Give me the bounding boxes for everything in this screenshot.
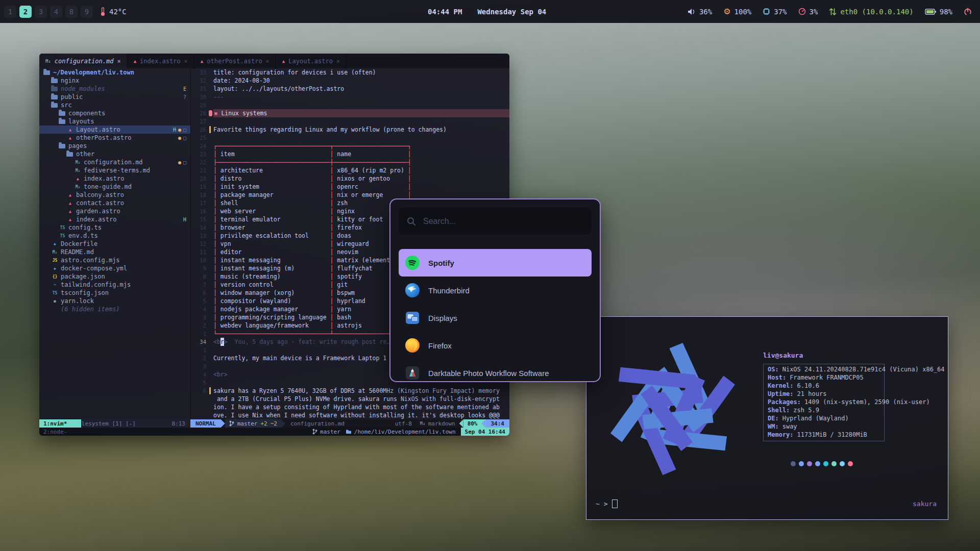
body-text: layout: ../../layouts/otherPost.astro (213, 85, 344, 93)
network-module[interactable]: eth0 (10.0.0.140) (829, 8, 913, 16)
table-cell: web server (220, 207, 327, 215)
gutter (209, 126, 213, 134)
volume-module[interactable]: 36% (688, 8, 712, 16)
line-content: │ item │ name │ (213, 150, 509, 158)
tree-item[interactable]: ◆docker-compose.yml (39, 264, 190, 272)
displays-icon (405, 310, 420, 325)
workspace-3[interactable]: 3 (35, 6, 47, 18)
tree-item[interactable]: layouts (39, 117, 190, 126)
file-type-icon: M↓ (45, 59, 51, 64)
table-border: │ (213, 232, 220, 240)
brightness-module[interactable]: ⚙ 100% (723, 8, 751, 16)
tree-item[interactable]: TSconfig.ts (39, 223, 190, 232)
workspace-1[interactable]: 1 (4, 6, 16, 18)
launcher-item-firefox[interactable]: Firefox (399, 332, 592, 359)
close-icon[interactable]: × (266, 58, 270, 65)
tmux-window-1:nvim*[interactable]: 1:nvim* (39, 419, 81, 428)
darktable-icon (405, 365, 420, 381)
tab-index.astro[interactable]: ▲index.astro× (128, 54, 194, 68)
close-icon[interactable]: × (117, 58, 120, 65)
gutter (209, 338, 213, 346)
table-border: │ (213, 215, 220, 223)
battery-module[interactable]: 98% (925, 8, 952, 16)
tree-item[interactable]: ▲balcony.astro (39, 191, 190, 199)
launcher-item-spotify[interactable]: Spotify (399, 249, 592, 277)
tree-item[interactable]: TStsconfig.json (39, 289, 190, 297)
table-border: │ (327, 166, 337, 174)
body-text: ove. I use Nix when I need software with… (213, 411, 500, 419)
tree-item[interactable]: M↓tone-guide.md (39, 183, 190, 191)
launcher-search[interactable] (399, 208, 592, 235)
workspace-4[interactable]: 4 (50, 6, 62, 18)
tree-item[interactable]: ~/Development/liv.town (39, 68, 190, 77)
tree-item[interactable]: ▲contact.astro (39, 199, 190, 207)
tree-item[interactable]: ~tailwind.config.mjs (39, 281, 190, 289)
tree-item[interactable]: TSenv.d.ts (39, 232, 190, 240)
fetch-label: Memory: (768, 431, 794, 439)
tab-Layout.astro[interactable]: ▲Layout.astro× (276, 54, 347, 68)
tree-item[interactable]: (6 hidden items) (39, 305, 190, 313)
tree-item[interactable]: other (39, 150, 190, 158)
tree-item[interactable]: ▲index.astroH (39, 215, 190, 223)
powerline-separator (281, 419, 285, 428)
workspace-9[interactable]: 9 (81, 6, 93, 18)
tree-item[interactable]: public? (39, 93, 190, 101)
tree-item[interactable]: JSastro.config.mjs (39, 256, 190, 264)
editor-line: 27 (191, 117, 509, 126)
launcher-item-darktable[interactable]: Darktable Photo Workflow Software (399, 359, 592, 382)
memory-value: 37% (774, 8, 787, 16)
tmux-window-2:node-[interactable]: 2:node- (39, 428, 81, 436)
tree-item[interactable]: ▲otherPost.astro●□ (39, 134, 190, 142)
delimiter-text: --- (213, 93, 224, 101)
tree-item[interactable]: components (39, 109, 190, 117)
workspace-8[interactable]: 8 (65, 6, 78, 18)
tree-item-label: env.d.ts (68, 232, 98, 239)
gutter (209, 256, 213, 264)
gutter (209, 403, 213, 411)
search-input[interactable] (422, 216, 583, 227)
line-number: 3 (191, 362, 209, 370)
folder-icon (66, 152, 73, 157)
tree-item[interactable]: ▲index.astro (39, 174, 190, 183)
fetch-row: Memory:11731MiB / 31280MiB (768, 431, 884, 439)
tree-item[interactable]: src (39, 101, 190, 109)
clock[interactable]: 04:44 PM Wednesday Sep 04 (428, 0, 546, 23)
tab-configuration.md[interactable]: M↓configuration.md× (39, 54, 128, 68)
close-icon[interactable]: × (184, 58, 188, 65)
tree-item[interactable]: M↓fediverse-terms.md (39, 166, 190, 174)
table-cell: compositor (wayland) (220, 297, 327, 305)
line-number: 24 (191, 142, 209, 150)
tree-item[interactable]: M↓README.md (39, 248, 190, 256)
line-number: 31 (191, 85, 209, 93)
table-border: │ (327, 248, 337, 256)
cpu-module[interactable]: 3% (798, 8, 818, 16)
close-icon[interactable]: × (336, 58, 340, 65)
tree-item[interactable]: node_modulesE (39, 85, 190, 93)
tree-item[interactable]: ◆Dockerfile (39, 240, 190, 248)
tree-item[interactable]: pages (39, 142, 190, 150)
power-button[interactable] (964, 8, 972, 16)
git-status: H (183, 217, 186, 222)
color-dot (831, 461, 837, 466)
tree-item[interactable]: nginx (39, 77, 190, 85)
workspace-2[interactable]: 2 (19, 6, 32, 18)
tab-otherPost.astro[interactable]: ▲otherPost.astro× (194, 54, 276, 68)
gutter (209, 264, 213, 272)
git-status: □ (183, 160, 186, 165)
tree-item[interactable]: ●yarn.lock (39, 297, 190, 305)
tree-item[interactable]: ▲Layout.astroH●□ (39, 126, 190, 134)
launcher-item-thunderbird[interactable]: Thunderbird (399, 277, 592, 304)
shell-prompt[interactable]: ~ > (596, 499, 618, 508)
table-cell: version control (220, 281, 327, 289)
tree-item-label: Dockerfile (61, 240, 97, 247)
tree-item-label: garden.astro (76, 208, 120, 215)
launcher-item-displays[interactable]: Displays (399, 304, 592, 332)
line-number: 23 (191, 150, 209, 158)
line-content: ├────────────────────────────────┼──────… (213, 158, 509, 166)
temperature-module[interactable]: 42°C (100, 7, 127, 16)
file-type-icon: M↓ (74, 185, 82, 189)
tree-item[interactable]: M↓configuration.md●□ (39, 158, 190, 166)
memory-module[interactable]: 37% (763, 8, 787, 16)
tree-item[interactable]: {}package.json (39, 272, 190, 281)
tree-item[interactable]: ▲garden.astro (39, 207, 190, 215)
